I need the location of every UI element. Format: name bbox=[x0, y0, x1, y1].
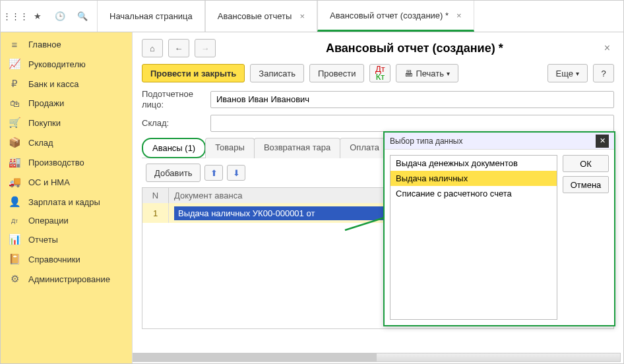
tab-advance-report-create[interactable]: Авансовый отчет (создание) * × bbox=[317, 1, 474, 32]
sidebar-item-sales[interactable]: 🛍Продажи bbox=[1, 94, 132, 113]
truck-icon: 🚚 bbox=[9, 176, 20, 188]
sidebar: ≡Главное 📈Руководителю ₽Банк и касса 🛍Пр… bbox=[1, 32, 133, 363]
cancel-button[interactable]: Отмена bbox=[563, 176, 609, 193]
add-row-button[interactable]: Добавить bbox=[146, 164, 201, 182]
sidebar-item-warehouse[interactable]: 📦Склад bbox=[1, 133, 132, 152]
tab-home[interactable]: Начальная страница bbox=[97, 1, 205, 32]
tab-advance-reports[interactable]: Авансовые отчеты × bbox=[205, 1, 317, 32]
post-close-button[interactable]: Провести и закрыть bbox=[142, 64, 245, 82]
dialog-body: Выдача денежных документов Выдача наличн… bbox=[385, 150, 614, 325]
list-item[interactable]: Выдача денежных документов bbox=[390, 156, 557, 171]
sidebar-item-label: Руководителю bbox=[28, 59, 86, 69]
tab-payment[interactable]: Оплата bbox=[340, 138, 389, 158]
sidebar-item-label: Главное bbox=[28, 40, 61, 49]
star-icon[interactable]: ★ bbox=[28, 7, 47, 26]
person-icon: 👤 bbox=[9, 196, 20, 208]
page-title: Авансовый отчет (создание) * bbox=[234, 42, 595, 55]
sidebar-item-assets[interactable]: 🚚ОС и НМА bbox=[1, 172, 132, 192]
tab-label: Оплата bbox=[350, 142, 379, 152]
tab-label: Авансовые отчеты bbox=[218, 11, 292, 21]
cart-icon: 🛒 bbox=[9, 117, 20, 129]
tab-returnable[interactable]: Возвратная тара bbox=[254, 138, 340, 158]
tab-label: Авансовый отчет (создание) * bbox=[330, 11, 449, 20]
horizontal-scrollbar[interactable] bbox=[133, 353, 621, 362]
sidebar-item-label: Справочники bbox=[28, 255, 80, 264]
dtkt-button[interactable]: ДтКт bbox=[369, 64, 390, 82]
chevron-down-icon: ▾ bbox=[576, 70, 579, 77]
top-bar: ⋮⋮⋮ ★ 🕒 🔍 Начальная страница Авансовые о… bbox=[1, 1, 623, 32]
content: ⌂ ← → Авансовый отчет (создание) * × Про… bbox=[133, 32, 623, 363]
sidebar-item-admin[interactable]: ⚙Администрирование bbox=[1, 269, 132, 289]
toolbar: Провести и закрыть Записать Провести ДтК… bbox=[142, 64, 614, 82]
sidebar-item-manager[interactable]: 📈Руководителю bbox=[1, 54, 132, 74]
sidebar-item-reports[interactable]: 📊Отчеты bbox=[1, 229, 132, 249]
tab-label: Товары bbox=[215, 142, 245, 152]
sidebar-item-purchases[interactable]: 🛒Покупки bbox=[1, 113, 132, 133]
sidebar-item-label: Операции bbox=[28, 216, 69, 226]
dialog-list[interactable]: Выдача денежных документов Выдача наличн… bbox=[390, 155, 557, 320]
button-label: Печать bbox=[416, 69, 444, 78]
tab-label: Возвратная тара bbox=[264, 142, 330, 152]
button-label: ? bbox=[601, 69, 606, 78]
list-item[interactable]: Списание с расчетного счета bbox=[390, 186, 557, 201]
back-button[interactable]: ← bbox=[168, 39, 189, 57]
bars-icon: 📊 bbox=[9, 233, 20, 245]
list-item[interactable]: Выдача наличных bbox=[390, 171, 557, 186]
sidebar-item-label: Администрирование bbox=[28, 274, 110, 284]
person-input[interactable]: Иванов Иван Иванович bbox=[210, 91, 614, 108]
close-icon[interactable]: × bbox=[600, 42, 614, 54]
sidebar-item-production[interactable]: 🏭Производство bbox=[1, 152, 132, 172]
sidebar-item-references[interactable]: 📔Справочники bbox=[1, 249, 132, 269]
button-label: Еще bbox=[556, 69, 573, 78]
search-icon[interactable]: 🔍 bbox=[73, 7, 92, 26]
sidebar-item-hr[interactable]: 👤Зарплата и кадры bbox=[1, 192, 132, 212]
warehouse-label: Склад: bbox=[142, 118, 205, 129]
apps-icon[interactable]: ⋮⋮⋮ bbox=[6, 7, 24, 26]
person-value: Иванов Иван Иванович bbox=[216, 94, 309, 104]
factory-icon: 🏭 bbox=[9, 156, 20, 168]
gear-icon: ⚙ bbox=[9, 273, 20, 285]
close-icon[interactable]: × bbox=[299, 11, 305, 21]
button-label: Провести bbox=[318, 69, 356, 78]
tab-advances[interactable]: Авансы (1) bbox=[142, 138, 206, 158]
home-button[interactable]: ⌂ bbox=[142, 39, 163, 57]
list-item-label: Выдача наличных bbox=[396, 173, 468, 183]
scrollbar-thumb[interactable] bbox=[133, 353, 377, 361]
menu-icon: ≡ bbox=[9, 39, 20, 50]
tab-goods[interactable]: Товары bbox=[205, 138, 255, 158]
person-label: Подотчетное лицо: bbox=[142, 89, 205, 109]
tab-label: Начальная страница bbox=[109, 11, 193, 21]
help-button[interactable]: ? bbox=[593, 64, 614, 82]
button-label: Добавить bbox=[154, 168, 192, 178]
dialog-title-bar: Выбор типа данных ✕ bbox=[385, 133, 614, 150]
sidebar-item-label: Производство bbox=[28, 158, 84, 167]
col-n: N bbox=[142, 188, 169, 203]
sidebar-item-label: Отчеты bbox=[28, 235, 58, 245]
type-select-dialog: Выбор типа данных ✕ Выдача денежных доку… bbox=[383, 131, 615, 326]
sidebar-item-operations[interactable]: ДтОперации bbox=[1, 212, 132, 229]
move-down-button[interactable]: ⬇ bbox=[227, 165, 245, 181]
clipboard-icon[interactable]: 🕒 bbox=[51, 7, 69, 26]
tab-label: Авансы (1) bbox=[152, 143, 195, 153]
post-button[interactable]: Провести bbox=[309, 64, 365, 82]
more-button[interactable]: Еще▾ bbox=[547, 64, 588, 82]
sidebar-item-bank[interactable]: ₽Банк и касса bbox=[1, 74, 132, 94]
forward-button[interactable]: → bbox=[195, 39, 216, 57]
chevron-down-icon: ▾ bbox=[447, 70, 450, 77]
list-item-label: Списание с расчетного счета bbox=[396, 189, 512, 198]
move-up-button[interactable]: ⬆ bbox=[204, 165, 223, 181]
warehouse-input[interactable] bbox=[210, 115, 614, 132]
save-button[interactable]: Записать bbox=[250, 64, 304, 82]
printer-icon: 🖶 bbox=[404, 69, 413, 78]
list-item-label: Выдача денежных документов bbox=[396, 158, 518, 168]
chart-icon: 📈 bbox=[9, 58, 20, 70]
sidebar-item-label: Банк и касса bbox=[28, 79, 79, 89]
button-label: Провести и закрыть bbox=[150, 69, 236, 78]
dialog-close-button[interactable]: ✕ bbox=[596, 135, 609, 148]
book-icon: 📔 bbox=[9, 253, 20, 265]
print-button[interactable]: 🖶Печать▾ bbox=[396, 64, 458, 82]
dialog-buttons: ОК Отмена bbox=[563, 155, 609, 320]
ok-button[interactable]: ОК bbox=[563, 155, 609, 172]
close-icon[interactable]: × bbox=[456, 11, 462, 20]
sidebar-item-main[interactable]: ≡Главное bbox=[1, 35, 132, 54]
